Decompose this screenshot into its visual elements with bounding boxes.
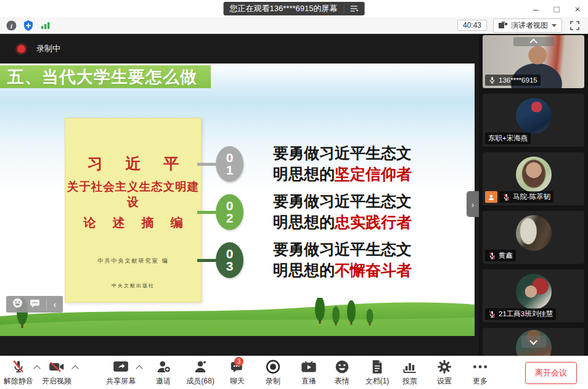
slide-title: 五、当代大学生要怎么做 (0, 65, 211, 88)
mic-muted-icon (488, 310, 496, 319)
book-publisher: 中央文献出版社 (65, 282, 202, 289)
participant-tile[interactable] (483, 328, 584, 356)
connector-line (197, 259, 216, 262)
point-text: 要勇做习近平生态文 明思想的坚定信仰者 (273, 143, 412, 185)
watching-banner-text: 您正在观看136****6915的屏幕 (230, 3, 338, 14)
fullscreen-icon[interactable] (568, 19, 581, 31)
scroll-down-button[interactable] (521, 335, 546, 348)
more-button[interactable]: 更多 (466, 358, 494, 388)
participant-tile[interactable]: 东职+宋海燕 (483, 94, 584, 147)
meeting-window: 您正在观看136****6915的屏幕 – □ × i 40:43 演讲者视图 (0, 0, 588, 389)
book-cover: 习 近 平 关于社会主义生态文明建设 论 述 摘 编 中共中央文献研究室 编 中… (65, 118, 202, 303)
maximize-button[interactable]: □ (546, 0, 567, 17)
participant-name: 马院-陈萃韧 (513, 192, 550, 202)
record-button[interactable]: 录制 (259, 358, 287, 388)
mic-muted-icon (502, 193, 510, 202)
meeting-info-icon[interactable]: i (5, 19, 17, 31)
participants-sidebar: 136****6915 东职+宋海燕 马院-陈萃 (479, 34, 588, 356)
divider (343, 4, 344, 13)
more-dots-icon (472, 359, 488, 374)
participant-tile[interactable]: 黄鑫 (483, 211, 584, 264)
participant-tile[interactable]: 136****6915 (483, 35, 584, 88)
emoji-button[interactable]: 表情 (328, 358, 356, 388)
live-stream-button[interactable]: 直播 (295, 358, 323, 388)
presentation-slide: 五、当代大学生要怎么做 习 近 平 关于社会主义生态文明建设 论 述 摘 编 中… (0, 63, 475, 336)
members-button[interactable]: 成员(68) (181, 358, 219, 388)
chevron-down-icon (552, 24, 557, 27)
settings-button[interactable]: 设置 (430, 358, 459, 388)
banner-menu-icon[interactable] (350, 6, 358, 12)
security-shield-icon[interactable] (22, 19, 35, 31)
scroll-up-button[interactable] (513, 37, 554, 46)
live-tv-icon (301, 359, 316, 374)
divider (46, 300, 47, 309)
participant-tile[interactable]: 21工商3班刘佳慧 (483, 269, 584, 322)
point-number: 0 3 (216, 242, 243, 278)
start-video-button[interactable]: 开启视频 (42, 358, 71, 388)
recording-dot-icon (17, 45, 25, 53)
participant-name: 136****6915 (499, 76, 537, 84)
avatar (516, 157, 552, 192)
share-options-chevron[interactable] (136, 365, 142, 372)
sidebar-expand-handle[interactable]: › (467, 191, 479, 217)
recording-bar: 录制中 (0, 34, 479, 63)
layout-icon (499, 22, 507, 29)
invite-button[interactable]: 邀请 (149, 358, 178, 388)
connector-line (197, 163, 216, 166)
view-mode-label: 演讲者视图 (511, 20, 548, 31)
point-item: 0 1 要勇做习近平生态文 明思想的坚定信仰者 (197, 144, 412, 184)
members-icon (193, 359, 208, 374)
collapse-left-icon[interactable]: ‹ (54, 300, 57, 309)
book-title-line1: 习 近 平 (65, 154, 202, 174)
docs-button[interactable]: 文档(1) (360, 358, 394, 388)
vote-button[interactable]: 投票 (396, 358, 424, 388)
video-options-chevron[interactable] (71, 365, 78, 372)
highlight-text: 坚定信仰者 (335, 165, 412, 182)
record-icon (266, 359, 280, 374)
point-number: 0 2 (216, 194, 243, 230)
view-mode-switcher[interactable]: 演讲者视图 (493, 18, 562, 33)
point-text: 要勇做习近平生态文 明思想的忠实践行者 (273, 191, 412, 233)
chat-unread-badge: 3 (234, 357, 243, 366)
mic-muted-icon (488, 252, 496, 260)
chat-button[interactable]: 3 聊天 (223, 358, 251, 388)
leave-meeting-button[interactable]: 离开会议 (525, 362, 577, 384)
participant-tile[interactable]: 马院-陈萃韧 (483, 152, 584, 205)
point-text: 要勇做习近平生态文 明思想的不懈奋斗者 (273, 239, 412, 281)
statusbar: i 40:43 演讲者视图 (0, 17, 588, 34)
participant-name: 东职+宋海燕 (488, 134, 528, 143)
recording-label: 录制中 (36, 43, 60, 54)
titlebar: 您正在观看136****6915的屏幕 – □ × (0, 0, 588, 17)
emoji-smiley-icon (335, 359, 349, 374)
highlight-text: 不懈奋斗者 (335, 261, 412, 279)
emoji-reaction-icon[interactable] (12, 298, 23, 311)
main-area: 录制中 五、当代大学生要怎么做 习 近 平 关于社会主义生态文明建设 论 述 摘… (0, 34, 588, 356)
close-button[interactable]: × (567, 0, 588, 17)
highlight-text: 忠实践行者 (335, 213, 412, 231)
camera-off-icon (49, 359, 65, 374)
point-item: 0 3 要勇做习近平生态文 明思想的不懈奋斗者 (197, 240, 412, 280)
chat-icon: 3 (230, 359, 245, 374)
document-icon (370, 359, 384, 374)
unmute-button[interactable]: 解除静音 (4, 358, 33, 388)
vote-chart-icon (402, 359, 417, 374)
cohost-badge-icon (485, 191, 497, 203)
shared-screen: 录制中 五、当代大学生要怎么做 习 近 平 关于社会主义生态文明建设 论 述 摘… (0, 34, 479, 356)
bottom-toolbar: 解除静音 开启视频 共享屏幕 邀请 成员(68) (0, 356, 588, 389)
caption-chat-icon[interactable] (30, 299, 40, 310)
mic-muted-icon (12, 359, 25, 374)
network-signal-icon[interactable] (39, 19, 52, 31)
mic-options-chevron[interactable] (33, 365, 40, 372)
watching-banner: 您正在观看136****6915的屏幕 (224, 2, 365, 15)
book-title-line3: 论 述 摘 编 (65, 215, 202, 231)
reaction-overlay: ‹ (6, 296, 63, 313)
share-screen-icon (113, 359, 129, 374)
mic-on-icon (488, 76, 496, 84)
avatar (516, 98, 552, 134)
gear-icon (437, 359, 452, 374)
minimize-button[interactable]: – (525, 0, 546, 17)
share-screen-button[interactable]: 共享屏幕 (106, 358, 136, 388)
avatar (516, 215, 552, 251)
avatar (516, 274, 552, 309)
participant-name: 21工商3班刘佳慧 (499, 309, 553, 319)
